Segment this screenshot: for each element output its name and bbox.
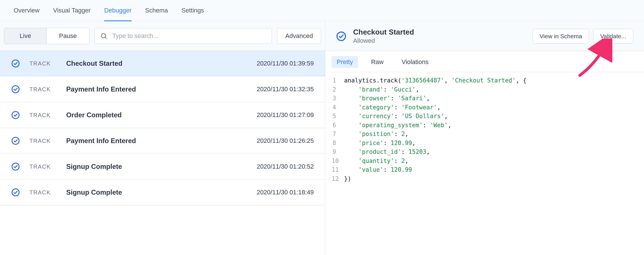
view-in-schema-button[interactable]: View in Schema xyxy=(533,29,589,44)
live-button[interactable]: Live xyxy=(4,28,47,44)
code-line: 5 'currency': 'US Dollars', xyxy=(332,112,638,121)
code-text: analytics.track('3136564487', 'Checkout … xyxy=(344,76,527,85)
code-line: 3 'browser': 'Safari', xyxy=(332,94,638,103)
event-type: TRACK xyxy=(29,60,66,67)
check-circle-icon xyxy=(11,85,20,94)
line-number: 9 xyxy=(332,148,344,157)
validate-button[interactable]: Validate... xyxy=(593,29,633,44)
event-name: Signup Complete xyxy=(66,188,257,196)
line-number: 8 xyxy=(332,139,344,148)
event-row[interactable]: TRACKSignup Complete2020/11/30 01:20:52 xyxy=(0,154,325,180)
event-name: Checkout Started xyxy=(66,60,257,67)
event-time: 2020/11/30 01:20:52 xyxy=(257,163,314,170)
left-toolbar: Live Pause Advanced xyxy=(0,22,325,51)
code-line: 12}) xyxy=(332,175,638,184)
code-text: 'brand': 'Gucci', xyxy=(344,85,419,94)
main: Live Pause Advanced TRACKCheckout Starte… xyxy=(0,22,644,255)
code-text: 'position': 2, xyxy=(344,130,409,139)
event-name: Payment Info Entered xyxy=(66,137,257,145)
code-text: 'value': 120.99 xyxy=(344,165,412,175)
code-tabs: PrettyRawViolations xyxy=(325,51,644,72)
detail-title-wrap: Checkout Started Allowed xyxy=(353,28,529,44)
event-name: Payment Info Entered xyxy=(66,85,257,93)
pause-button[interactable]: Pause xyxy=(47,28,89,44)
code-line: 6 'operating_system': 'Web', xyxy=(332,121,638,130)
event-time: 2020/11/30 01:18:49 xyxy=(257,189,314,196)
tab-debugger[interactable]: Debugger xyxy=(104,7,132,21)
event-time: 2020/11/30 01:32:35 xyxy=(257,86,314,93)
code-text: 'operating_system': 'Web', xyxy=(344,121,451,130)
tab-schema[interactable]: Schema xyxy=(145,7,168,21)
code-line: 11 'value': 120.99 xyxy=(332,165,638,175)
event-type: TRACK xyxy=(29,189,66,196)
check-circle-icon xyxy=(11,188,20,197)
code-line: 4 'category': 'Footwear', xyxy=(332,103,638,112)
line-number: 6 xyxy=(332,121,344,130)
event-type: TRACK xyxy=(29,112,66,118)
check-circle-icon xyxy=(11,162,20,171)
live-pause-toggle: Live Pause xyxy=(4,28,89,44)
code-text: 'product_id': 15203, xyxy=(344,148,430,157)
detail-pane: Checkout Started Allowed View in Schema … xyxy=(325,22,644,255)
nav-tabs: OverviewVisual TaggerDebuggerSchemaSetti… xyxy=(0,0,644,22)
event-type: TRACK xyxy=(29,163,66,170)
advanced-button[interactable]: Advanced xyxy=(277,28,321,44)
code-tab-pretty[interactable]: Pretty xyxy=(332,56,358,68)
check-circle-icon xyxy=(11,59,20,68)
line-number: 11 xyxy=(332,165,344,175)
line-number: 10 xyxy=(332,157,344,166)
event-time: 2020/11/30 01:26:25 xyxy=(257,137,314,144)
event-row[interactable]: TRACKCheckout Started2020/11/30 01:39:59 xyxy=(0,51,325,76)
event-row[interactable]: TRACKOrder Completed2020/11/30 01:27:09 xyxy=(0,102,325,128)
svg-line-1 xyxy=(105,37,107,39)
event-type: TRACK xyxy=(29,86,66,93)
tab-visual-tagger[interactable]: Visual Tagger xyxy=(53,7,91,21)
line-number: 1 xyxy=(332,76,344,85)
line-number: 12 xyxy=(332,175,344,184)
svg-point-0 xyxy=(101,33,106,38)
check-circle-icon xyxy=(11,137,20,145)
event-name: Signup Complete xyxy=(66,163,257,171)
code-tab-violations[interactable]: Violations xyxy=(396,56,433,68)
event-stream-pane: Live Pause Advanced TRACKCheckout Starte… xyxy=(0,22,325,255)
code-text: 'price': 120.99, xyxy=(344,139,416,148)
detail-title: Checkout Started xyxy=(353,28,529,37)
event-type: TRACK xyxy=(29,138,66,144)
code-line: 1analytics.track('3136564487', 'Checkout… xyxy=(332,76,638,85)
code-text: }) xyxy=(344,175,351,184)
event-row[interactable]: TRACKPayment Info Entered2020/11/30 01:3… xyxy=(0,76,325,102)
detail-status: Allowed xyxy=(353,37,529,44)
code-line: 10 'quantity': 2, xyxy=(332,157,638,166)
detail-header: Checkout Started Allowed View in Schema … xyxy=(325,22,644,51)
event-list: TRACKCheckout Started2020/11/30 01:39:59… xyxy=(0,51,325,255)
code-text: 'category': 'Footwear', xyxy=(344,103,441,112)
line-number: 7 xyxy=(332,130,344,139)
search-wrap xyxy=(95,28,272,44)
event-time: 2020/11/30 01:39:59 xyxy=(257,60,314,67)
code-text: 'quantity': 2, xyxy=(344,157,409,166)
line-number: 3 xyxy=(332,94,344,103)
code-pane: 1analytics.track('3136564487', 'Checkout… xyxy=(325,72,644,255)
code-line: 8 'price': 120.99, xyxy=(332,139,638,148)
code-line: 2 'brand': 'Gucci', xyxy=(332,85,638,94)
code-text: 'browser': 'Safari', xyxy=(344,94,430,103)
event-row[interactable]: TRACKSignup Complete2020/11/30 01:18:49 xyxy=(0,180,325,205)
search-input[interactable] xyxy=(95,28,272,44)
line-number: 2 xyxy=(332,85,344,94)
check-circle-icon xyxy=(336,31,346,41)
check-circle-icon xyxy=(11,111,20,119)
search-icon xyxy=(100,32,108,40)
code-text: 'currency': 'US Dollars', xyxy=(344,112,448,121)
code-line: 9 'product_id': 15203, xyxy=(332,148,638,157)
tab-overview[interactable]: Overview xyxy=(14,7,40,21)
tab-settings[interactable]: Settings xyxy=(182,7,204,21)
line-number: 5 xyxy=(332,112,344,121)
line-number: 4 xyxy=(332,103,344,112)
code-line: 7 'position': 2, xyxy=(332,130,638,139)
event-time: 2020/11/30 01:27:09 xyxy=(257,111,314,119)
event-name: Order Completed xyxy=(66,111,257,119)
event-row[interactable]: TRACKPayment Info Entered2020/11/30 01:2… xyxy=(0,128,325,154)
code-tab-raw[interactable]: Raw xyxy=(366,56,388,68)
